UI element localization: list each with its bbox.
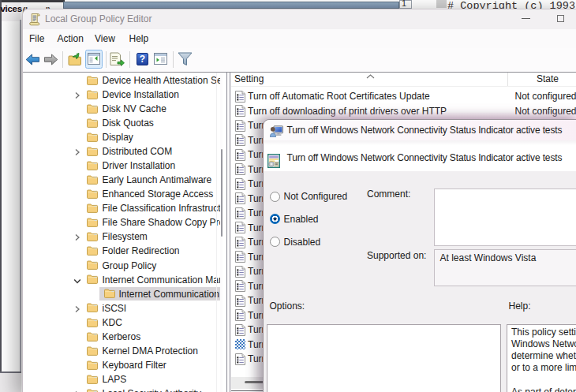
svg-text:?: ?: [139, 54, 144, 65]
